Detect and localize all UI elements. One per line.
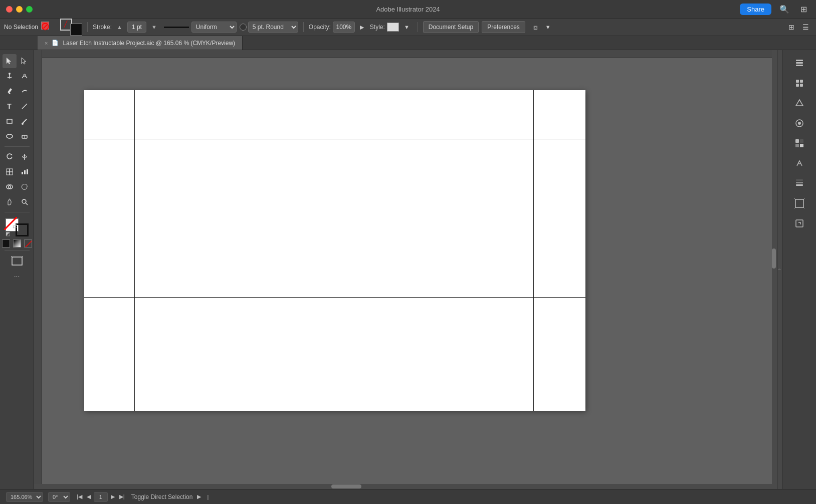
artboard-tool-button[interactable] <box>4 254 30 268</box>
rotate-tools-row <box>3 150 32 164</box>
shape-builder-tools-row <box>3 180 32 194</box>
panels-toggle-icon[interactable]: ⊞ <box>785 22 797 32</box>
rotation-select[interactable]: 0° <box>48 492 70 502</box>
hand-tool-button[interactable] <box>3 195 17 209</box>
brush-size-select[interactable]: 5 pt. Round 3 pt. Round 7 pt. Round <box>248 22 298 33</box>
next-page-button[interactable]: ▶ <box>109 493 116 500</box>
color-button[interactable] <box>790 114 808 132</box>
zoom-tool-button[interactable] <box>18 195 32 209</box>
hand-tools-row <box>3 195 32 209</box>
reflect-tool-button[interactable] <box>18 150 32 164</box>
stroke-color-box[interactable] <box>70 24 82 36</box>
prev-page-button[interactable]: ◀ <box>85 493 92 500</box>
stroke-style-select[interactable]: Uniform Width Profile 1 Width Profile 2 <box>191 22 237 33</box>
document-tab[interactable]: × 📄 Laser Etch Instructable Project.aic … <box>38 36 243 50</box>
style-dropdown-icon[interactable]: ▼ <box>401 23 413 31</box>
minimize-button[interactable] <box>16 6 23 13</box>
first-page-button[interactable]: |◀ <box>75 493 84 500</box>
tab-close-button[interactable]: × <box>45 40 48 46</box>
paintbrush-tool-button[interactable] <box>18 114 32 128</box>
document-setup-button[interactable]: Document Setup <box>423 21 479 33</box>
rectangle-tool-button[interactable] <box>3 114 17 128</box>
canvas-area[interactable] <box>34 50 777 489</box>
tool-info-expand-icon[interactable]: ▶ <box>195 493 202 500</box>
rotate-tool-button[interactable] <box>3 150 17 164</box>
page-input[interactable] <box>94 492 108 502</box>
fullscreen-button[interactable] <box>26 6 33 13</box>
gradient-icon[interactable] <box>13 239 21 247</box>
libraries-button[interactable] <box>790 74 808 92</box>
svg-line-27 <box>22 256 23 257</box>
tool-info-collapse-icon[interactable]: | <box>206 493 210 500</box>
zoom-select[interactable]: 165.06% 100% 150% 200% <box>6 492 43 502</box>
eraser-tool-button[interactable] <box>18 129 32 143</box>
layers-button[interactable] <box>790 174 808 192</box>
smooth-tool-button[interactable] <box>18 84 32 98</box>
more-tools-button[interactable]: ··· <box>10 269 24 283</box>
graph-tool-button[interactable] <box>18 165 32 179</box>
close-button[interactable] <box>6 6 13 13</box>
stroke-up-icon[interactable]: ▲ <box>114 23 125 31</box>
fill-swatch[interactable]: ⊘ <box>41 22 49 30</box>
image-trace-button[interactable] <box>3 165 17 179</box>
selection-tool-button[interactable] <box>3 54 17 68</box>
arrange-icon[interactable]: ⧈ <box>530 22 541 33</box>
solid-color-icon[interactable] <box>2 239 10 247</box>
swap-colors-icon[interactable]: ⇄ <box>13 223 17 229</box>
fill-stroke-indicator[interactable]: ⊘ <box>41 22 55 33</box>
default-colors-icon[interactable]: ◩ <box>6 231 10 236</box>
shape-tools-row <box>3 114 32 128</box>
style-swatch[interactable] <box>387 23 399 32</box>
right-collapse-handle[interactable]: ‹ <box>777 50 782 489</box>
vscroll-thumb[interactable] <box>772 248 776 269</box>
svg-point-0 <box>9 73 11 75</box>
type-tool-button[interactable]: T <box>3 99 17 113</box>
toolbar-overflow-icon[interactable]: ☰ <box>799 22 812 32</box>
title-bar: Adobe Illustrator 2024 Share 🔍 ⊞ <box>0 0 816 18</box>
fill-stroke-swatches[interactable]: ⇄ ◩ <box>6 218 29 236</box>
share-button[interactable]: Share <box>740 4 771 15</box>
direct-selection-tool-button[interactable] <box>18 54 32 68</box>
page-navigation: |◀ ◀ ▶ ▶| <box>75 492 126 502</box>
stroke-value-input[interactable] <box>127 22 146 33</box>
shape-builder-button[interactable] <box>3 180 17 194</box>
opacity-input[interactable] <box>333 22 355 33</box>
properties-button[interactable] <box>790 54 808 72</box>
line-tool-button[interactable] <box>18 99 32 113</box>
svg-point-21 <box>22 199 26 203</box>
grid-view-icon[interactable]: ⊞ <box>797 4 810 15</box>
vertical-scrollbar[interactable] <box>772 50 777 489</box>
symbols-button[interactable] <box>790 154 808 172</box>
stroke-color-swatch[interactable] <box>16 223 29 236</box>
svg-rect-25 <box>12 257 22 265</box>
blob-brush-button[interactable] <box>18 180 32 194</box>
svg-rect-38 <box>795 139 799 143</box>
curvature-tool-button[interactable] <box>18 69 32 83</box>
ellipse-tool-button[interactable] <box>3 129 17 143</box>
svg-rect-17 <box>24 170 26 174</box>
navigator-button[interactable] <box>790 94 808 112</box>
stroke-down-icon[interactable]: ▼ <box>148 23 160 31</box>
horizontal-scrollbar[interactable] <box>34 484 777 489</box>
fill-stroke-box[interactable]: ⟋ <box>60 19 82 36</box>
left-toolbar: T <box>0 50 34 489</box>
preferences-button[interactable]: Preferences <box>482 21 525 33</box>
last-page-button[interactable]: ▶| <box>118 493 126 500</box>
none-icon[interactable] <box>24 239 32 247</box>
opacity-expand-icon[interactable]: ▶ <box>357 23 367 32</box>
selection-tools-row <box>3 54 32 68</box>
arrange-dropdown-icon[interactable]: ▼ <box>542 23 554 31</box>
export-button[interactable] <box>790 214 808 232</box>
pencil-tool-button[interactable] <box>3 84 17 98</box>
pen-tool-button[interactable] <box>3 69 17 83</box>
style-group: Style: ▼ <box>370 23 413 32</box>
hscroll-thumb[interactable] <box>331 484 361 488</box>
svg-rect-12 <box>7 169 10 172</box>
stroke-line-preview <box>164 27 189 28</box>
svg-rect-51 <box>796 220 803 227</box>
swatches-button[interactable] <box>790 134 808 152</box>
search-icon[interactable]: 🔍 <box>776 4 792 15</box>
tool-divider-1 <box>5 146 30 147</box>
svg-rect-44 <box>796 182 803 183</box>
artboards-button[interactable] <box>790 194 808 212</box>
